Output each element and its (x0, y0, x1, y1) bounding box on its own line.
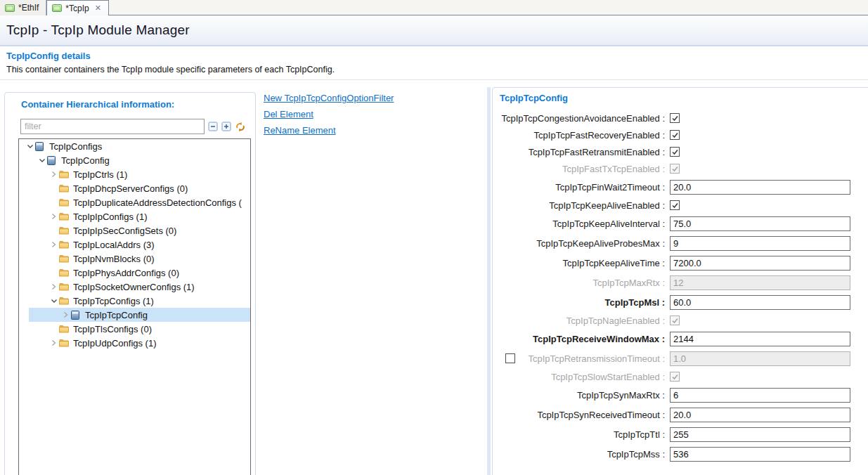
del-element-link[interactable]: Del Element (264, 109, 313, 119)
close-icon[interactable]: ✕ (95, 4, 101, 13)
value-input[interactable] (670, 256, 850, 271)
value-input[interactable] (670, 216, 850, 231)
folder-icon (59, 339, 70, 347)
tree-item-label: TcpIpCtrls (1) (73, 169, 127, 180)
tree-item-label: TcpIpPhysAddrConfigs (0) (73, 268, 179, 278)
tree-item-label: TcpIpLocalAddrs (3) (73, 240, 155, 250)
chevron-right-icon[interactable] (48, 171, 59, 178)
chevron-right-icon[interactable] (48, 241, 59, 248)
chevron-right-icon[interactable] (48, 339, 59, 346)
page-header: TcpIp - TcpIp Module Manager (0, 15, 868, 46)
checkbox[interactable] (670, 147, 680, 157)
tree-item[interactable]: TcpIpIpSecConfigSets (0) (19, 223, 250, 238)
config-form: TcpIpTcpCongestionAvoidanceEnabled :TcpI… (494, 110, 868, 464)
tree-item-label: TcpIpDhcpServerConfigs (0) (73, 183, 188, 194)
tree-item[interactable]: TcpIpNvmBlocks (0) (19, 252, 250, 266)
folder-icon (59, 240, 70, 249)
checkbox (670, 164, 680, 174)
field-label: TcpIpTcpSynReceivedTimeout : (494, 410, 670, 420)
tab-ethif[interactable]: *EthIf (0, 0, 46, 15)
tree-item[interactable]: TcpIpTcpConfig (19, 308, 250, 322)
folder-icon (59, 226, 70, 235)
tree-item-label: TcpIpTcpConfigs (1) (73, 296, 154, 306)
field-label: TcpIpTcpSynMaxRtx : (494, 390, 670, 401)
field-label: TcpIpTcpKeepAliveEnabled : (494, 200, 670, 211)
tab-label: *TcpIp (65, 4, 89, 13)
tree-item[interactable]: TcpIpConfig (19, 153, 250, 167)
chevron-down-icon[interactable] (37, 157, 47, 164)
value-input[interactable] (670, 236, 850, 251)
override-checkbox[interactable] (505, 353, 515, 363)
checkbox[interactable] (670, 113, 680, 123)
field-label: TcpIpTcpNagleEnabled : (494, 315, 670, 326)
tree-item[interactable]: TcpIpPhysAddrConfigs (0) (19, 266, 250, 280)
tree-item[interactable]: TcpIpDuplicateAddressDetectionConfigs ( (19, 195, 250, 209)
field-label: TcpIpTcpSlowStartEnabled : (494, 372, 670, 382)
folder-icon (59, 268, 70, 277)
form-row: TcpIpTcpFastRetransmitEnabled : (494, 143, 868, 160)
tab-tcpip[interactable]: *TcpIp ✕ (46, 0, 109, 15)
editor-green-icon (5, 4, 15, 12)
config-form-title: TcpIpTcpConfig (500, 93, 568, 103)
tree-item[interactable]: TcpIpConfigs (19, 139, 250, 153)
tree-item-label: TcpIpTlsConfigs (0) (73, 324, 152, 334)
filter-input[interactable] (20, 119, 205, 134)
form-row: TcpIpTcpMss : (494, 444, 868, 464)
tree-item[interactable]: TcpIpSocketOwnerConfigs (1) (19, 280, 250, 294)
form-row: TcpIpFastTxTcpEnabled : (494, 160, 868, 177)
header-divider (0, 79, 868, 80)
tab-label: *EthIf (18, 3, 39, 13)
tree-item[interactable]: TcpIpLocalAddrs (3) (19, 238, 250, 252)
tree-item-label: TcpIpIpSecConfigSets (0) (73, 226, 176, 236)
refresh-icon[interactable] (235, 122, 246, 132)
value-input[interactable] (670, 427, 850, 442)
tree-item[interactable]: TcpIpIpConfigs (1) (19, 209, 250, 223)
collapse-all-icon[interactable] (208, 122, 218, 131)
form-row: TcpIpTcpRetransmissionTimeout : (494, 349, 868, 368)
value-input[interactable] (670, 332, 850, 346)
form-row: TcpIpTcpKeepAliveTime : (494, 253, 868, 273)
folder-icon (59, 297, 70, 305)
value-input[interactable] (670, 447, 850, 462)
expand-all-icon[interactable] (221, 122, 231, 131)
tree-item[interactable]: TcpIpDhcpServerConfigs (0) (19, 181, 250, 195)
field-label: TcpIpTcpMss : (494, 449, 670, 460)
checkbox[interactable] (670, 130, 680, 140)
tree-item-label: TcpIpConfig (61, 155, 110, 166)
tree-item-label: TcpIpSocketOwnerConfigs (1) (73, 282, 195, 292)
rename-element-link[interactable]: ReName Element (264, 125, 336, 136)
field-label: TcpIpTcpFastRetransmitEnabled : (494, 147, 670, 157)
folder-icon (59, 254, 70, 263)
value-input[interactable] (670, 388, 850, 403)
chevron-right-icon[interactable] (48, 283, 59, 290)
form-row: TcpIpTcpSynReceivedTimeout : (494, 405, 868, 424)
tree-item[interactable]: TcpIpCtrls (1) (19, 167, 250, 181)
field-label: TcpIpTcpTtl : (494, 429, 670, 440)
form-row: TcpIpTcpMsl : (494, 292, 868, 312)
tcpip-module-manager-window: { "colors": { "accent_blue": "#0d7bd4", … (0, 0, 868, 475)
chevron-down-icon[interactable] (48, 298, 59, 304)
value-input[interactable] (670, 295, 850, 310)
field-label: TcpIpTcpMaxRtx : (494, 278, 670, 288)
chevron-down-icon[interactable] (25, 143, 35, 150)
panel-separator (487, 87, 491, 475)
field-label: TcpIpTcpKeepAliveTime : (494, 258, 670, 268)
tree-item[interactable]: TcpIpTcpConfigs (1) (19, 294, 250, 308)
value-input[interactable] (670, 408, 850, 422)
chevron-right-icon[interactable] (60, 311, 71, 318)
chevron-right-icon[interactable] (48, 213, 59, 220)
checkbox[interactable] (670, 200, 680, 210)
hierarchy-tree: TcpIpConfigsTcpIpConfigTcpIpCtrls (1)Tcp… (18, 138, 251, 475)
module-icon (35, 142, 46, 151)
value-input[interactable] (670, 180, 850, 195)
details-description: This container containers the TcpIp modu… (6, 65, 709, 74)
module-icon (71, 311, 82, 320)
field-label: TcpIpTcpMsl : (494, 297, 670, 308)
module-icon (47, 156, 58, 165)
new-config-option-filter-link[interactable]: New TcpIpTcpConfigOptionFilter (264, 93, 394, 103)
tree-item[interactable]: TcpIpUdpConfigs (1) (19, 336, 250, 350)
tree-item-label: TcpIpIpConfigs (1) (73, 212, 148, 222)
tree-item[interactable]: TcpIpTlsConfigs (0) (19, 322, 250, 336)
folder-icon (59, 282, 70, 291)
folder-icon (59, 170, 70, 178)
